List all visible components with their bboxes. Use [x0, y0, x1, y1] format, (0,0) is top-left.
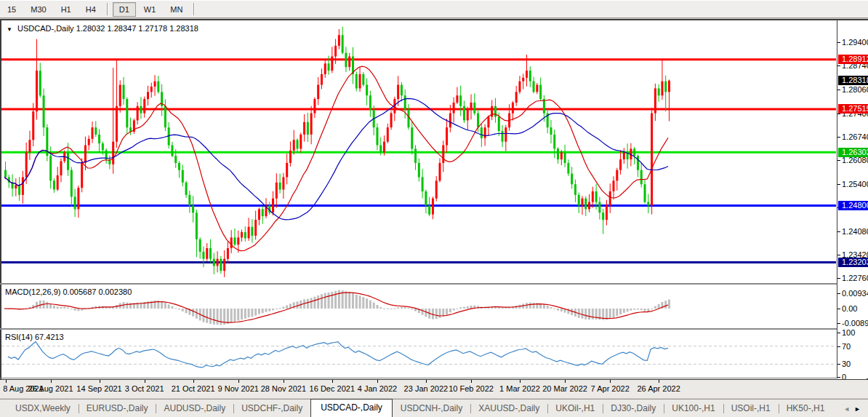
tab-hk50-h1[interactable]: HK50-,H1 [779, 400, 833, 417]
rsi-value: 67.4213 [35, 333, 64, 341]
date-label: 20 Mar 2022 [542, 384, 587, 393]
mt4-window: 15M30H1H4D1W1MN ▼ USDCAD-,Daily 1.28032 … [0, 0, 868, 417]
tab-scroll-left-icon[interactable]: ◄ [843, 405, 854, 413]
tab-scroll-right-icon[interactable]: ► [854, 405, 865, 413]
price-tick-label: 1.28060 [842, 85, 868, 94]
date-tick [659, 380, 659, 383]
date-label: 28 Nov 2021 [261, 384, 306, 393]
macd-values: 0.005687 0.002380 [63, 287, 132, 296]
tab-eurusd-daily[interactable]: EURUSD-,Daily [79, 400, 156, 417]
date-label: 10 Feb 2022 [449, 384, 494, 393]
rsi-name: RSI(14) [5, 333, 33, 341]
date-tick [332, 380, 333, 383]
macd-tick-label: 0.00 [842, 304, 857, 313]
price-tick-label: 1.26740 [842, 132, 868, 141]
date-label: 7 Apr 2022 [591, 384, 630, 393]
date-tick [6, 380, 7, 383]
price-tick-label: 1.25400 [842, 180, 868, 188]
date-tick [426, 380, 427, 383]
macd-tick-label: 0.009345 [842, 289, 868, 298]
date-label: 16 Dec 2021 [310, 384, 355, 393]
date-tick [565, 380, 566, 383]
timeframe-button-w1[interactable]: W1 [137, 2, 163, 17]
date-tick [238, 380, 239, 383]
date-label: 23 Jan 2022 [404, 384, 449, 393]
date-tick [471, 380, 472, 383]
date-label: 1 Mar 2022 [499, 384, 540, 393]
date-label: 3 Oct 2021 [125, 384, 164, 393]
timeframe-button-h1[interactable]: H1 [55, 2, 78, 17]
chart-tab-bar: USDX,WeeklyEURUSD-,DailyAUDUSD-,DailyUSD… [0, 399, 868, 417]
macd-indicator-label: MACD(12,26,9) 0.005687 0.002380 [5, 287, 132, 296]
timeframe-toolbar: 15M30H1H4D1W1MN [0, 0, 868, 18]
toolbar-separator [107, 3, 108, 15]
price-line-badge: 1.28912 [838, 55, 868, 64]
rsi-tick-label: 70 [842, 342, 851, 351]
tab-xauusd-daily[interactable]: XAUUSD-,Daily [470, 400, 547, 417]
timeframe-button-d1[interactable]: D1 [113, 2, 136, 17]
date-tick [145, 380, 145, 383]
date-tick [284, 380, 284, 383]
timeframe-button-m30[interactable]: M30 [24, 2, 52, 17]
tab-usdchf-daily[interactable]: USDCHF-,Daily [233, 400, 310, 417]
timeframe-button-15[interactable]: 15 [1, 2, 23, 17]
date-label: 4 Jan 2022 [358, 384, 397, 393]
timeframe-button-mn[interactable]: MN [164, 2, 189, 17]
price-line-badge: 1.27515 [838, 104, 868, 114]
chart-ohlc-values: 1.28032 1.28347 1.27178 1.28318 [76, 24, 198, 33]
tab-usdcnh-daily[interactable]: USDCNH-,Daily [393, 400, 470, 417]
panel-divider[interactable] [0, 283, 868, 285]
chart-symbol-label: USDCAD-,Daily [17, 24, 74, 33]
price-tick-label: 1.29400 [842, 38, 868, 47]
chart-menu-arrow-icon[interactable]: ▼ [7, 26, 12, 33]
rsi-indicator-label: RSI(14) 67.4213 [5, 333, 64, 341]
price-tick-label: 1.24080 [842, 227, 868, 236]
tab-usoil-h1[interactable]: USOil-,H1 [723, 400, 779, 417]
tab-usdx-weekly[interactable]: USDX,Weekly [7, 400, 79, 417]
date-tick [520, 380, 521, 383]
price-line-badge: 1.28318 [838, 76, 868, 85]
price-line-badge: 1.26303 [838, 148, 868, 157]
tab-ukoil-h1[interactable]: UKOil-,H1 [547, 400, 603, 417]
date-label: 26 Apr 2022 [637, 384, 680, 393]
panel-divider[interactable] [0, 328, 868, 330]
date-label: 21 Oct 2021 [172, 384, 215, 393]
price-tick-label: 1.26080 [842, 156, 868, 164]
chart-title: ▼ USDCAD-,Daily 1.28032 1.28347 1.27178 … [7, 24, 198, 33]
date-label: 9 Nov 2021 [218, 384, 259, 393]
price-axis[interactable]: 1.294001.287401.280601.274001.267401.260… [837, 20, 868, 378]
toolbar-separator [193, 3, 195, 15]
date-tick [610, 380, 611, 383]
date-tick [51, 380, 52, 383]
date-tick [377, 380, 378, 383]
tab-scroll-arrows: ◄► [843, 405, 865, 413]
date-tick [193, 380, 194, 383]
tab-usdcad-daily[interactable]: USDCAD-,Daily [310, 399, 393, 417]
price-line-badge: 1.23203 [838, 258, 868, 267]
chart-window[interactable] [0, 19, 868, 398]
rsi-tick-label: 100 [842, 328, 855, 337]
macd-name: MACD(12,26,9) [5, 287, 60, 296]
tab-audusd-daily[interactable]: AUDUSD-,Daily [156, 400, 233, 417]
tab-dj30-daily[interactable]: DJ30-,Daily [603, 400, 664, 417]
price-line-badge: 1.24800 [838, 201, 868, 210]
date-tick [100, 380, 100, 383]
date-label: 26 Aug 2021 [28, 384, 73, 393]
tab-uk100-h1[interactable]: UK100-,H1 [664, 400, 723, 417]
timeframe-button-h4[interactable]: H4 [79, 2, 103, 17]
panel-divider [0, 378, 868, 378]
macd-tick-label: -0.008902 [842, 319, 868, 327]
time-axis[interactable]: 8 Aug 202126 Aug 202114 Sep 20213 Oct 20… [0, 379, 868, 398]
rsi-tick-label: 30 [842, 360, 851, 368]
price-tick-label: 1.22760 [842, 274, 868, 282]
date-label: 14 Sep 2021 [76, 384, 121, 393]
